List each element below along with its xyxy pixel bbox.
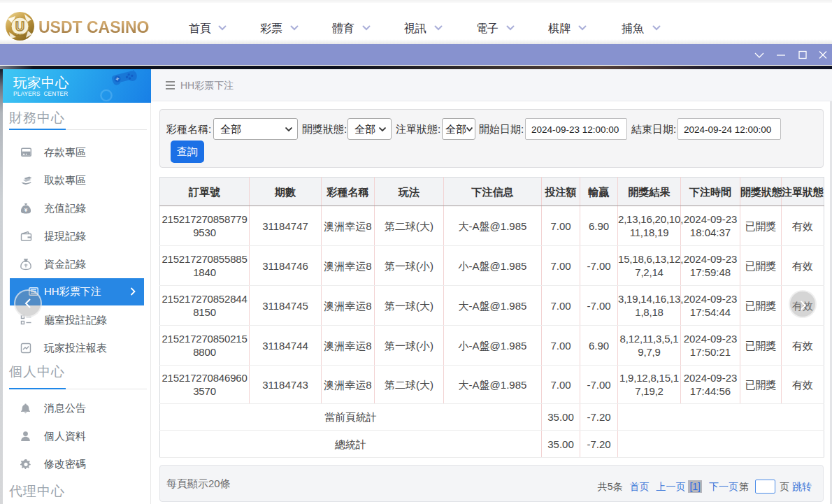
svg-text:U: U (15, 20, 24, 34)
svg-text:Casino: Casino (15, 33, 25, 36)
svg-text:¥: ¥ (24, 207, 28, 213)
